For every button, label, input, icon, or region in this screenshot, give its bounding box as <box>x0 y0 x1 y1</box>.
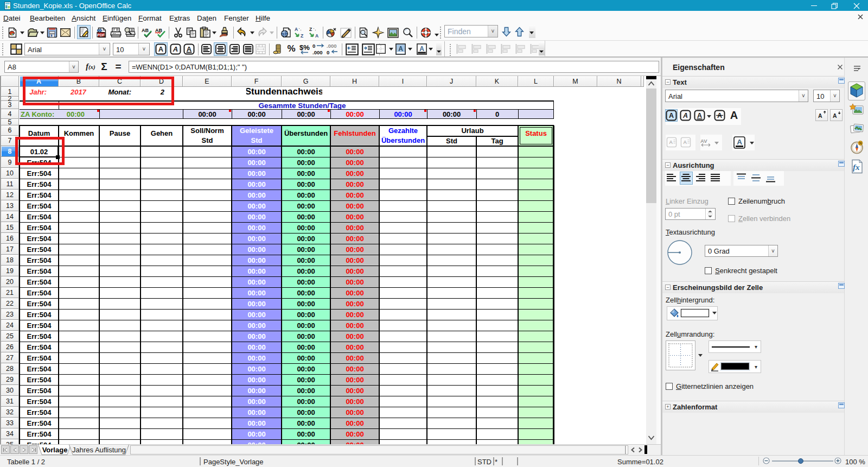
svg-text:A: A <box>737 138 742 146</box>
svg-text:A: A <box>669 139 673 145</box>
svg-text:A: A <box>818 113 822 119</box>
svg-text:A: A <box>683 139 687 145</box>
svg-text:AB: AB <box>142 28 149 33</box>
svg-text:AV: AV <box>700 138 707 144</box>
svg-text:fx: fx <box>853 163 860 172</box>
svg-text:A: A <box>173 45 178 53</box>
svg-text:A: A <box>158 45 164 53</box>
svg-text:A: A <box>315 33 318 39</box>
svg-text:0: 0 <box>327 49 329 55</box>
svg-text:0: 0 <box>312 43 315 49</box>
svg-text:A: A <box>669 112 674 119</box>
svg-text:N: N <box>859 141 862 145</box>
svg-text:A: A <box>697 112 702 119</box>
svg-text:.000: .000 <box>327 43 337 49</box>
svg-text:A: A <box>419 45 424 53</box>
svg-text:.000: .000 <box>312 49 323 55</box>
svg-text:Z: Z <box>309 27 312 32</box>
svg-text:A: A <box>295 27 298 32</box>
svg-text:Z: Z <box>301 33 303 39</box>
svg-text:A: A <box>833 113 837 119</box>
svg-text:A: A <box>682 112 688 119</box>
svg-text:PDF: PDF <box>97 33 105 37</box>
svg-text:A: A <box>398 45 403 53</box>
svg-text:$%: $% <box>299 43 310 52</box>
